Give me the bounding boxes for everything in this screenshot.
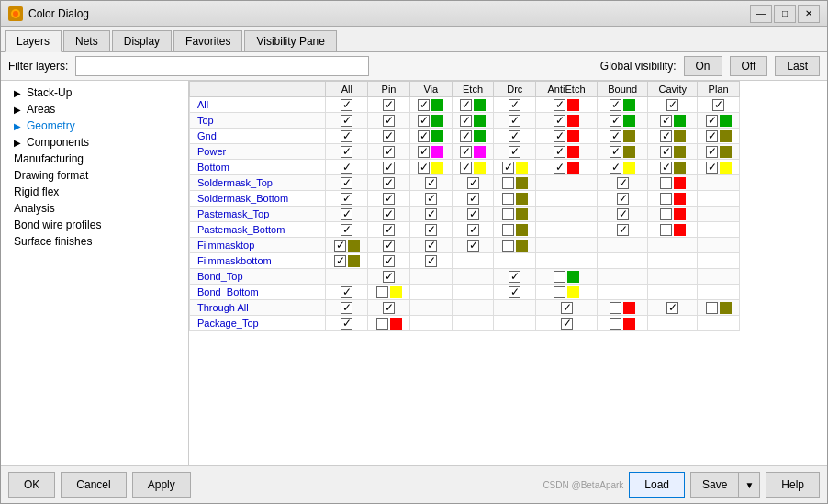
checkbox[interactable] bbox=[712, 99, 724, 111]
checkbox[interactable] bbox=[341, 286, 352, 298]
checkbox[interactable] bbox=[334, 240, 346, 252]
row-label-pastemask-bottom[interactable]: Pastemask_Bottom bbox=[190, 222, 326, 238]
checkbox[interactable] bbox=[554, 146, 565, 158]
color-swatch[interactable] bbox=[674, 193, 686, 205]
checkbox[interactable] bbox=[617, 193, 629, 205]
checkbox[interactable] bbox=[383, 255, 395, 267]
checkbox[interactable] bbox=[509, 115, 520, 127]
checkbox[interactable] bbox=[610, 302, 621, 314]
checkbox[interactable] bbox=[341, 130, 352, 142]
color-swatch[interactable] bbox=[431, 99, 443, 111]
sidebar-item-stack-up[interactable]: ▶ Stack-Up bbox=[1, 84, 188, 101]
checkbox[interactable] bbox=[554, 99, 565, 111]
checkbox[interactable] bbox=[554, 130, 565, 142]
checkbox[interactable] bbox=[425, 240, 437, 252]
checkbox[interactable] bbox=[418, 130, 430, 142]
checkbox[interactable] bbox=[509, 146, 520, 158]
row-label-package-top[interactable]: Package_Top bbox=[190, 316, 326, 331]
checkbox[interactable] bbox=[554, 271, 565, 283]
sidebar-item-areas[interactable]: ▶ Areas bbox=[1, 101, 188, 118]
checkbox[interactable] bbox=[460, 130, 472, 142]
checkbox[interactable] bbox=[660, 162, 672, 174]
color-swatch[interactable] bbox=[674, 130, 686, 142]
color-swatch[interactable] bbox=[474, 146, 486, 158]
checkbox[interactable] bbox=[425, 255, 437, 267]
color-swatch[interactable] bbox=[474, 130, 486, 142]
checkbox[interactable] bbox=[341, 99, 352, 111]
color-swatch[interactable] bbox=[720, 115, 732, 127]
checkbox[interactable] bbox=[383, 271, 395, 283]
sidebar-item-rigid-flex[interactable]: Rigid flex bbox=[1, 184, 188, 200]
checkbox[interactable] bbox=[660, 208, 672, 220]
checkbox[interactable] bbox=[383, 208, 395, 220]
checkbox[interactable] bbox=[341, 115, 352, 127]
color-swatch[interactable] bbox=[474, 115, 486, 127]
checkbox[interactable] bbox=[610, 162, 621, 174]
checkbox[interactable] bbox=[509, 286, 520, 298]
color-swatch[interactable] bbox=[567, 146, 579, 158]
row-label-pastemask-top[interactable]: Pastemask_Top bbox=[190, 207, 326, 222]
tab-visibility-pane[interactable]: Visibility Pane bbox=[244, 30, 336, 51]
color-swatch[interactable] bbox=[567, 162, 579, 174]
checkbox[interactable] bbox=[706, 302, 718, 314]
checkbox[interactable] bbox=[460, 99, 472, 111]
checkbox[interactable] bbox=[660, 177, 672, 189]
checkbox[interactable] bbox=[460, 115, 472, 127]
color-swatch[interactable] bbox=[623, 162, 635, 174]
checkbox[interactable] bbox=[383, 193, 395, 205]
ok-button[interactable]: OK bbox=[8, 472, 55, 498]
checkbox[interactable] bbox=[660, 193, 672, 205]
checkbox[interactable] bbox=[341, 302, 352, 314]
checkbox[interactable] bbox=[383, 224, 395, 236]
checkbox[interactable] bbox=[706, 146, 718, 158]
color-swatch[interactable] bbox=[567, 130, 579, 142]
checkbox[interactable] bbox=[341, 193, 352, 205]
checkbox[interactable] bbox=[502, 193, 514, 205]
color-swatch[interactable] bbox=[623, 318, 635, 330]
checkbox[interactable] bbox=[502, 177, 514, 189]
checkbox[interactable] bbox=[341, 208, 352, 220]
sidebar-item-drawing-format[interactable]: Drawing format bbox=[1, 167, 188, 184]
checkbox[interactable] bbox=[460, 146, 472, 158]
checkbox[interactable] bbox=[341, 224, 352, 236]
help-button[interactable]: Help bbox=[766, 472, 820, 498]
checkbox[interactable] bbox=[418, 115, 430, 127]
row-label-filmmasktop[interactable]: Filmmasktop bbox=[190, 238, 326, 253]
sidebar-item-components[interactable]: ▶ Components bbox=[1, 134, 188, 151]
checkbox[interactable] bbox=[666, 302, 678, 314]
table-container[interactable]: All Pin Via Etch Drc AntiEtch Bound Cavi… bbox=[189, 81, 827, 465]
checkbox[interactable] bbox=[425, 224, 437, 236]
filter-input[interactable] bbox=[75, 56, 369, 76]
color-swatch[interactable] bbox=[348, 255, 360, 267]
checkbox[interactable] bbox=[561, 302, 573, 314]
checkbox[interactable] bbox=[376, 318, 388, 330]
tab-display[interactable]: Display bbox=[112, 30, 172, 51]
minimize-button[interactable]: — bbox=[750, 5, 772, 23]
save-button[interactable]: Save bbox=[690, 472, 738, 498]
row-label-all[interactable]: All bbox=[190, 97, 326, 113]
checkbox[interactable] bbox=[383, 99, 395, 111]
checkbox[interactable] bbox=[341, 318, 352, 330]
checkbox[interactable] bbox=[706, 130, 718, 142]
sidebar-item-analysis[interactable]: Analysis bbox=[1, 200, 188, 217]
visibility-off-button[interactable]: Off bbox=[730, 56, 768, 76]
sidebar-item-manufacturing[interactable]: Manufacturing bbox=[1, 151, 188, 167]
color-swatch[interactable] bbox=[516, 193, 528, 205]
color-swatch[interactable] bbox=[516, 177, 528, 189]
color-swatch[interactable] bbox=[567, 271, 579, 283]
checkbox[interactable] bbox=[706, 115, 718, 127]
checkbox[interactable] bbox=[610, 130, 621, 142]
checkbox[interactable] bbox=[502, 240, 514, 252]
row-label-top[interactable]: Top bbox=[190, 113, 326, 129]
row-label-power[interactable]: Power bbox=[190, 144, 326, 160]
checkbox[interactable] bbox=[467, 240, 479, 252]
checkbox[interactable] bbox=[610, 99, 621, 111]
color-swatch[interactable] bbox=[474, 162, 486, 174]
close-button[interactable]: ✕ bbox=[798, 5, 820, 23]
checkbox[interactable] bbox=[509, 99, 520, 111]
color-swatch[interactable] bbox=[567, 99, 579, 111]
row-label-soldermask-bottom[interactable]: Soldermask_Bottom bbox=[190, 191, 326, 207]
color-swatch[interactable] bbox=[516, 208, 528, 220]
checkbox[interactable] bbox=[418, 99, 430, 111]
checkbox[interactable] bbox=[425, 177, 437, 189]
